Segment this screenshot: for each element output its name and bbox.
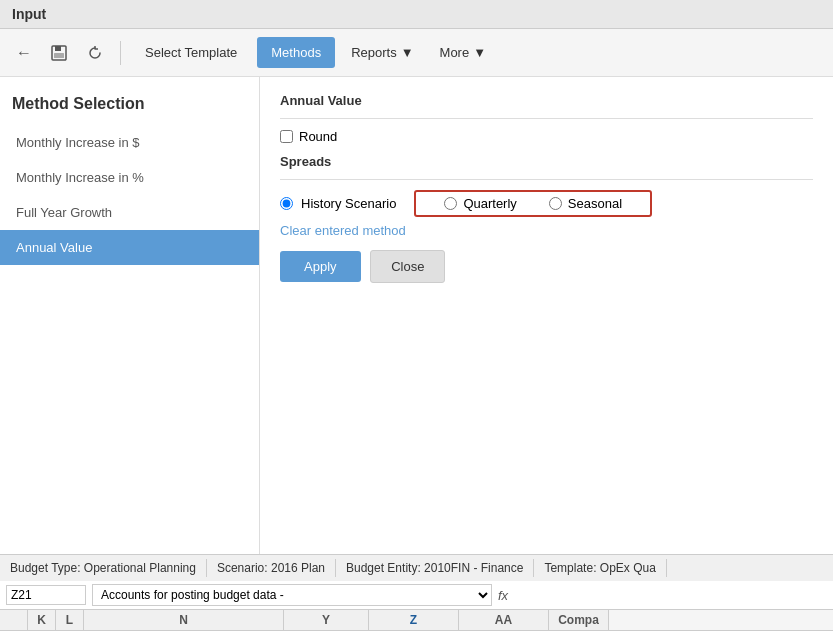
history-scenario-label: History Scenario [301,196,396,211]
window-title: Input [12,6,46,22]
round-checkbox[interactable] [280,130,293,143]
col-header-k: K [28,610,56,630]
sidebar-title: Method Selection [0,87,259,125]
status-scenario: Scenario: 2016 Plan [207,559,336,577]
quarterly-radio[interactable] [444,197,457,210]
apply-button[interactable]: Apply [280,251,361,282]
sidebar-item-full-year-growth[interactable]: Full Year Growth [0,195,259,230]
col-header-comp: Compa [549,610,609,630]
more-dropdown-icon: ▼ [473,45,486,60]
status-template: Template: OpEx Qua [534,559,666,577]
methods-button[interactable]: Methods [257,37,335,68]
status-bar: Budget Type: Operational Planning Scenar… [0,554,833,581]
more-button[interactable]: More ▼ [430,37,497,68]
toolbar: ← Select Template Methods Reports ▼ More… [0,29,833,77]
annual-value-title: Annual Value [280,93,813,108]
spreads-title: Spreads [280,154,813,169]
status-budget-entity: Budget Entity: 2010FIN - Finance [336,559,534,577]
spread-options-box: Quarterly Seasonal [414,190,652,217]
refresh-button[interactable] [80,40,110,66]
col-header-l: L [56,610,84,630]
sidebar-item-annual-value[interactable]: Annual Value [0,230,259,265]
seasonal-radio[interactable] [549,197,562,210]
seasonal-option: Seasonal [533,196,638,211]
select-template-button[interactable]: Select Template [131,37,251,68]
sidebar-item-monthly-dollar[interactable]: Monthly Increase in $ [0,125,259,160]
clear-link[interactable]: Clear entered method [280,223,813,238]
col-header-n: N [84,610,284,630]
window-title-bar: Input [0,0,833,29]
col-header-aa: AA [459,610,549,630]
formula-bar: Accounts for posting budget data - fx [0,581,833,610]
spreadsheet: K L N Y Z AA Compa 18 Spreads 19 Spread … [0,610,833,631]
quarterly-option: Quarterly [428,196,532,211]
close-button[interactable]: Close [370,250,445,283]
back-button[interactable]: ← [10,40,38,66]
divider-1 [280,118,813,119]
round-label: Round [299,129,337,144]
reports-button[interactable]: Reports ▼ [341,37,423,68]
quarterly-label: Quarterly [463,196,516,211]
col-header-y: Y [284,610,369,630]
sidebar: Method Selection Monthly Increase in $ M… [0,77,260,554]
status-budget-type: Budget Type: Operational Planning [10,559,207,577]
save-button[interactable] [44,40,74,66]
divider-2 [280,179,813,180]
col-header-rownum [0,610,28,630]
fx-label: fx [498,588,508,603]
action-buttons: Apply Close [280,250,813,283]
seasonal-label: Seasonal [568,196,622,211]
svg-rect-1 [55,46,61,51]
col-header-z: Z [369,610,459,630]
round-row: Round [280,129,813,144]
sidebar-item-monthly-percent[interactable]: Monthly Increase in % [0,160,259,195]
formula-dropdown[interactable]: Accounts for posting budget data - [92,584,492,606]
reports-dropdown-icon: ▼ [401,45,414,60]
panel: Annual Value Round Spreads History Scena… [260,77,833,554]
svg-rect-2 [54,53,64,58]
toolbar-sep-1 [120,41,121,65]
history-scenario-radio[interactable] [280,197,293,210]
cell-ref-input[interactable] [6,585,86,605]
sheet-col-headers: K L N Y Z AA Compa [0,610,833,631]
history-row: History Scenario Quarterly Seasonal [280,190,813,217]
main-content: Method Selection Monthly Increase in $ M… [0,77,833,554]
